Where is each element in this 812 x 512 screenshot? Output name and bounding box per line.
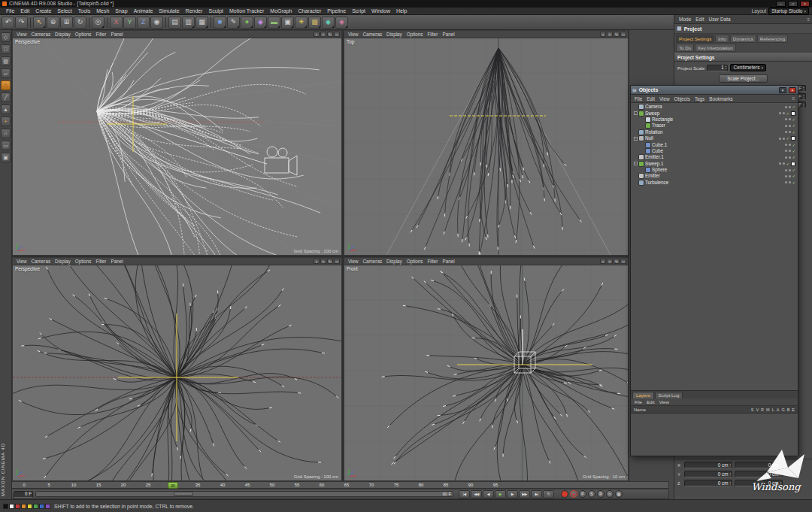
rotate-view-icon[interactable]: ↻ [614, 259, 620, 264]
menu-mesh[interactable]: Mesh [93, 8, 112, 14]
render-visibility-dot[interactable] [789, 181, 791, 183]
layers-menu-view[interactable]: View [657, 399, 671, 404]
coord-y-1-stepper[interactable]: ▴▾ [729, 472, 731, 477]
pan-view-icon[interactable]: + [314, 259, 320, 264]
tree-item-rectangle[interactable]: Rectangle✓ [631, 117, 798, 123]
add-spline-icon[interactable]: ✎ [227, 17, 240, 29]
enable-check-icon[interactable]: ✓ [786, 136, 789, 141]
maximize-view-icon[interactable]: □ [334, 32, 340, 37]
viewport-menu-filter[interactable]: Filter [93, 32, 108, 38]
render-visibility-dot[interactable] [783, 112, 785, 114]
menu-window[interactable]: Window [368, 8, 393, 14]
tab-referencing[interactable]: Referencing [757, 35, 788, 43]
goto-end-button[interactable]: ▶| [531, 490, 542, 498]
close-button[interactable]: × [800, 1, 810, 7]
objects-window-titlebar[interactable]: ▤ Objects ▾ × [631, 86, 798, 95]
coord-z-1-stepper[interactable]: ▴▾ [729, 481, 731, 486]
live-selection-icon[interactable]: ↖ [33, 17, 46, 29]
viewport-menu-panel[interactable]: Panel [440, 259, 456, 265]
objects-menu-tags[interactable]: Tags [692, 96, 707, 101]
menu-file[interactable]: File [3, 8, 17, 14]
editor-visibility-dot[interactable] [785, 106, 787, 108]
editor-visibility-dot[interactable] [785, 144, 787, 146]
objects-menu-bookmarks[interactable]: Bookmarks [707, 96, 735, 101]
tree-item-turbulence[interactable]: Turbulence✓ [631, 180, 798, 186]
render-visibility-dot[interactable] [789, 156, 791, 159]
menu-sculpt[interactable]: Sculpt [206, 8, 226, 14]
timeline-range-slider[interactable]: 90 F [35, 491, 453, 497]
render-picture-viewer-icon[interactable]: ▥ [182, 17, 195, 29]
expand-toggle[interactable]: − [634, 162, 638, 165]
texture-mode-icon[interactable]: ▨ [1, 56, 11, 66]
record-scale-button[interactable]: S [588, 490, 595, 498]
record-keyframe-button[interactable] [561, 490, 568, 498]
enable-check-icon[interactable]: ✓ [792, 123, 795, 128]
attributes-menu-edit[interactable]: Edit [693, 17, 706, 22]
palette-swatch-4[interactable] [27, 504, 32, 509]
tab-project-settings[interactable]: Project Settings [676, 35, 714, 43]
pan-view-icon[interactable]: + [600, 32, 606, 37]
viewport-canvas[interactable] [344, 265, 629, 481]
project-scale-unit-select[interactable]: Centimeters▾ [730, 64, 766, 71]
pan-view-icon[interactable]: + [314, 32, 320, 37]
viewport-snap-icon[interactable]: ∩ [1, 129, 11, 138]
enable-check-icon[interactable]: ✓ [792, 130, 795, 135]
scale-project-button[interactable]: Scale Project... [719, 74, 767, 83]
editor-visibility-dot[interactable] [785, 156, 787, 159]
maximize-view-icon[interactable]: □ [334, 259, 340, 264]
viewport-canvas[interactable] [13, 38, 342, 256]
next-key-button[interactable]: ▶▶ [519, 490, 530, 498]
viewport-menu-cameras[interactable]: Cameras [361, 32, 385, 38]
palette-swatch-2[interactable] [15, 504, 20, 509]
palette-swatch-6[interactable] [39, 504, 44, 509]
workplane-snap-icon[interactable]: ▭ [1, 141, 11, 150]
menu-snap[interactable]: Snap [112, 8, 130, 14]
timeline-ruler[interactable]: 0510152025303540455055606570758085909530 [12, 481, 669, 489]
objects-filter-icon[interactable]: ≡ [792, 96, 796, 101]
attributes-menu-user-data[interactable]: User Data [706, 17, 732, 22]
tree-item-emitter-1[interactable]: Emitter.1✓ [631, 154, 798, 160]
editor-visibility-dot[interactable] [785, 175, 787, 177]
editor-visibility-dot[interactable] [779, 138, 781, 140]
coord-z-field-1[interactable]: 0 cm▴▾ [684, 480, 732, 486]
edges-mode-icon[interactable]: ╱ [1, 92, 11, 102]
viewport-menu-display[interactable]: Display [53, 32, 73, 38]
render-visibility-dot[interactable] [789, 131, 791, 133]
maximize-view-icon[interactable]: □ [620, 32, 626, 37]
add-light-icon[interactable]: ☀ [295, 17, 308, 29]
editor-visibility-dot[interactable] [785, 125, 787, 127]
editor-visibility-dot[interactable] [785, 118, 787, 120]
timeline-range-handle[interactable] [174, 492, 193, 496]
render-visibility-dot[interactable] [789, 125, 791, 127]
add-mograph-icon[interactable]: ◆ [322, 17, 335, 29]
record-position-button[interactable]: P [579, 490, 586, 498]
lock-x-axis-icon[interactable]: X [110, 17, 123, 29]
attributes-menu-mode[interactable]: Mode [677, 17, 693, 22]
coord-x-field-2[interactable]: 0 cm▴▾ [735, 462, 783, 468]
zoom-view-icon[interactable]: ◇ [320, 259, 326, 264]
prev-key-button[interactable]: ◀◀ [471, 490, 482, 498]
layers-tab-layers[interactable]: Layers [632, 392, 654, 398]
viewport-menu-view[interactable]: View [14, 32, 29, 38]
enable-check-icon[interactable]: ✓ [792, 155, 795, 159]
scale-tool-icon[interactable]: ⊞ [60, 17, 73, 29]
autokey-button[interactable]: ◉ [570, 490, 577, 498]
maximize-view-icon[interactable]: □ [620, 259, 626, 264]
menu-create[interactable]: Create [32, 8, 54, 14]
viewport-menu-panel[interactable]: Panel [440, 32, 456, 38]
rotate-view-icon[interactable]: ↻ [327, 259, 333, 264]
coord-y-field-1[interactable]: 0 cm▴▾ [684, 471, 732, 477]
palette-swatch-5[interactable] [33, 504, 38, 509]
make-editable-icon[interactable]: ◇ [1, 32, 11, 42]
enable-check-icon[interactable]: ✓ [792, 168, 795, 172]
viewport-menu-options[interactable]: Options [73, 259, 94, 265]
viewport-menu-panel[interactable]: Panel [108, 32, 125, 38]
enable-check-icon[interactable]: ✓ [792, 180, 795, 185]
menu-animate[interactable]: Animate [131, 8, 156, 14]
objects-menu-file[interactable]: File [632, 96, 644, 101]
project-time-stepper[interactable]: ▴▾ [802, 86, 804, 91]
menu-help[interactable]: Help [393, 8, 410, 14]
minimize-button[interactable]: ─ [776, 1, 786, 7]
tab-to-do[interactable]: To Do [676, 44, 694, 52]
viewport-perspective[interactable]: ViewCamerasDisplayOptionsFilterPanel+◇↻□… [12, 30, 342, 256]
